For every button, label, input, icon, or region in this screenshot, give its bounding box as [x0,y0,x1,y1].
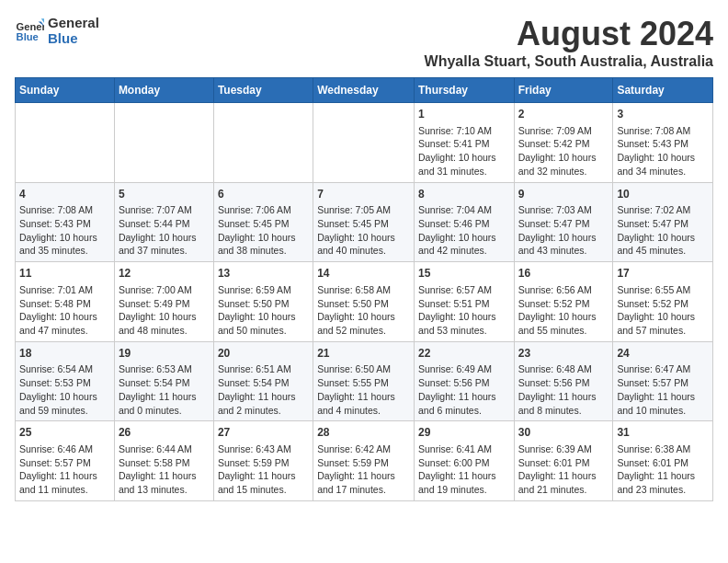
calendar-cell: 5Sunrise: 7:07 AMSunset: 5:44 PMDaylight… [114,182,213,262]
logo: General Blue General Blue [15,15,99,46]
calendar-cell: 19Sunrise: 6:53 AMSunset: 5:54 PMDayligh… [114,341,213,421]
day-detail: Sunrise: 6:57 AMSunset: 5:51 PMDaylight:… [418,283,510,338]
day-detail: Sunrise: 7:07 AMSunset: 5:44 PMDaylight:… [119,203,210,258]
day-detail: Sunrise: 6:43 AMSunset: 5:59 PMDaylight:… [218,442,309,497]
day-number: 27 [218,425,309,441]
day-detail: Sunrise: 7:04 AMSunset: 5:46 PMDaylight:… [418,203,510,258]
day-detail: Sunrise: 6:55 AMSunset: 5:52 PMDaylight:… [617,283,709,338]
day-number: 24 [617,346,709,362]
day-detail: Sunrise: 7:10 AMSunset: 5:41 PMDaylight:… [418,124,510,178]
column-header-friday: Friday [514,78,613,103]
day-detail: Sunrise: 6:44 AMSunset: 5:58 PMDaylight:… [119,442,210,497]
page-header: General Blue General Blue August 2024 Wh… [15,15,713,70]
week-row-5: 25Sunrise: 6:46 AMSunset: 5:57 PMDayligh… [16,421,713,501]
week-row-3: 11Sunrise: 7:01 AMSunset: 5:48 PMDayligh… [16,262,713,342]
day-detail: Sunrise: 7:05 AMSunset: 5:45 PMDaylight:… [317,203,410,258]
day-number: 17 [617,266,709,282]
column-header-wednesday: Wednesday [313,78,415,103]
day-number: 9 [518,187,609,202]
calendar-cell: 11Sunrise: 7:01 AMSunset: 5:48 PMDayligh… [16,262,115,342]
calendar-cell: 7Sunrise: 7:05 AMSunset: 5:45 PMDaylight… [313,182,415,262]
week-row-4: 18Sunrise: 6:54 AMSunset: 5:53 PMDayligh… [16,341,713,421]
calendar-cell: 20Sunrise: 6:51 AMSunset: 5:54 PMDayligh… [213,341,313,421]
day-number: 3 [617,107,709,122]
column-header-saturday: Saturday [613,78,713,103]
day-number: 1 [418,107,510,122]
calendar-cell: 17Sunrise: 6:55 AMSunset: 5:52 PMDayligh… [613,262,713,342]
calendar-cell: 26Sunrise: 6:44 AMSunset: 5:58 PMDayligh… [114,421,213,501]
day-number: 30 [518,425,609,441]
calendar-cell: 12Sunrise: 7:00 AMSunset: 5:49 PMDayligh… [114,262,213,342]
day-detail: Sunrise: 6:47 AMSunset: 5:57 PMDaylight:… [617,362,709,417]
day-detail: Sunrise: 7:02 AMSunset: 5:47 PMDaylight:… [617,203,709,258]
week-row-1: 1Sunrise: 7:10 AMSunset: 5:41 PMDaylight… [16,103,713,183]
column-header-thursday: Thursday [414,78,514,103]
calendar-cell: 30Sunrise: 6:39 AMSunset: 6:01 PMDayligh… [514,421,613,501]
day-detail: Sunrise: 6:54 AMSunset: 5:53 PMDaylight:… [19,362,110,417]
day-detail: Sunrise: 7:08 AMSunset: 5:43 PMDaylight:… [19,203,110,258]
sub-title: Whyalla Stuart, South Australia, Austral… [425,53,713,70]
calendar-cell: 9Sunrise: 7:03 AMSunset: 5:47 PMDaylight… [514,182,613,262]
day-number: 22 [418,346,510,362]
calendar-cell: 6Sunrise: 7:06 AMSunset: 5:45 PMDaylight… [213,182,313,262]
logo-blue: Blue [48,30,99,46]
logo-general: General [48,15,99,30]
day-number: 4 [19,187,110,202]
day-number: 18 [19,346,110,362]
day-number: 23 [518,346,609,362]
day-number: 15 [418,266,510,282]
calendar-cell: 14Sunrise: 6:58 AMSunset: 5:50 PMDayligh… [313,262,415,342]
day-detail: Sunrise: 7:00 AMSunset: 5:49 PMDaylight:… [119,283,210,338]
calendar-cell: 27Sunrise: 6:43 AMSunset: 5:59 PMDayligh… [213,421,313,501]
day-number: 5 [119,187,210,202]
main-title: August 2024 [425,15,713,53]
calendar-cell: 23Sunrise: 6:48 AMSunset: 5:56 PMDayligh… [514,341,613,421]
day-detail: Sunrise: 7:06 AMSunset: 5:45 PMDaylight:… [218,203,309,258]
calendar-cell: 24Sunrise: 6:47 AMSunset: 5:57 PMDayligh… [613,341,713,421]
calendar-cell: 22Sunrise: 6:49 AMSunset: 5:56 PMDayligh… [414,341,514,421]
title-block: August 2024 Whyalla Stuart, South Austra… [425,15,713,70]
calendar-cell: 10Sunrise: 7:02 AMSunset: 5:47 PMDayligh… [613,182,713,262]
calendar-cell: 2Sunrise: 7:09 AMSunset: 5:42 PMDaylight… [514,103,613,183]
calendar-body: 1Sunrise: 7:10 AMSunset: 5:41 PMDaylight… [16,103,713,501]
day-detail: Sunrise: 6:38 AMSunset: 6:01 PMDaylight:… [617,442,709,497]
day-number: 20 [218,346,309,362]
day-detail: Sunrise: 6:49 AMSunset: 5:56 PMDaylight:… [418,362,510,417]
day-detail: Sunrise: 7:08 AMSunset: 5:43 PMDaylight:… [617,124,709,178]
calendar-cell [213,103,313,183]
day-detail: Sunrise: 7:03 AMSunset: 5:47 PMDaylight:… [518,203,609,258]
day-number: 2 [518,107,609,122]
day-number: 19 [119,346,210,362]
calendar-cell: 29Sunrise: 6:41 AMSunset: 6:00 PMDayligh… [414,421,514,501]
week-row-2: 4Sunrise: 7:08 AMSunset: 5:43 PMDaylight… [16,182,713,262]
column-header-sunday: Sunday [16,78,115,103]
day-number: 11 [19,266,110,282]
day-detail: Sunrise: 6:41 AMSunset: 6:00 PMDaylight:… [418,442,510,497]
day-detail: Sunrise: 6:58 AMSunset: 5:50 PMDaylight:… [317,283,410,338]
day-number: 16 [518,266,609,282]
day-number: 28 [317,425,410,441]
day-detail: Sunrise: 6:46 AMSunset: 5:57 PMDaylight:… [19,442,110,497]
calendar-cell: 25Sunrise: 6:46 AMSunset: 5:57 PMDayligh… [16,421,115,501]
day-detail: Sunrise: 7:09 AMSunset: 5:42 PMDaylight:… [518,124,609,178]
day-number: 21 [317,346,410,362]
calendar-cell: 3Sunrise: 7:08 AMSunset: 5:43 PMDaylight… [613,103,713,183]
calendar-cell: 28Sunrise: 6:42 AMSunset: 5:59 PMDayligh… [313,421,415,501]
column-header-tuesday: Tuesday [213,78,313,103]
day-detail: Sunrise: 6:48 AMSunset: 5:56 PMDaylight:… [518,362,609,417]
day-number: 31 [617,425,709,441]
day-number: 25 [19,425,110,441]
calendar-cell: 15Sunrise: 6:57 AMSunset: 5:51 PMDayligh… [414,262,514,342]
day-number: 12 [119,266,210,282]
logo-icon: General Blue [15,16,44,45]
day-detail: Sunrise: 7:01 AMSunset: 5:48 PMDaylight:… [19,283,110,338]
svg-text:Blue: Blue [17,31,39,42]
svg-text:General: General [17,21,44,32]
calendar-cell: 16Sunrise: 6:56 AMSunset: 5:52 PMDayligh… [514,262,613,342]
calendar-header-row: SundayMondayTuesdayWednesdayThursdayFrid… [16,78,713,103]
calendar-cell: 13Sunrise: 6:59 AMSunset: 5:50 PMDayligh… [213,262,313,342]
calendar-cell: 8Sunrise: 7:04 AMSunset: 5:46 PMDaylight… [414,182,514,262]
calendar-cell [114,103,213,183]
calendar-cell: 1Sunrise: 7:10 AMSunset: 5:41 PMDaylight… [414,103,514,183]
day-number: 14 [317,266,410,282]
